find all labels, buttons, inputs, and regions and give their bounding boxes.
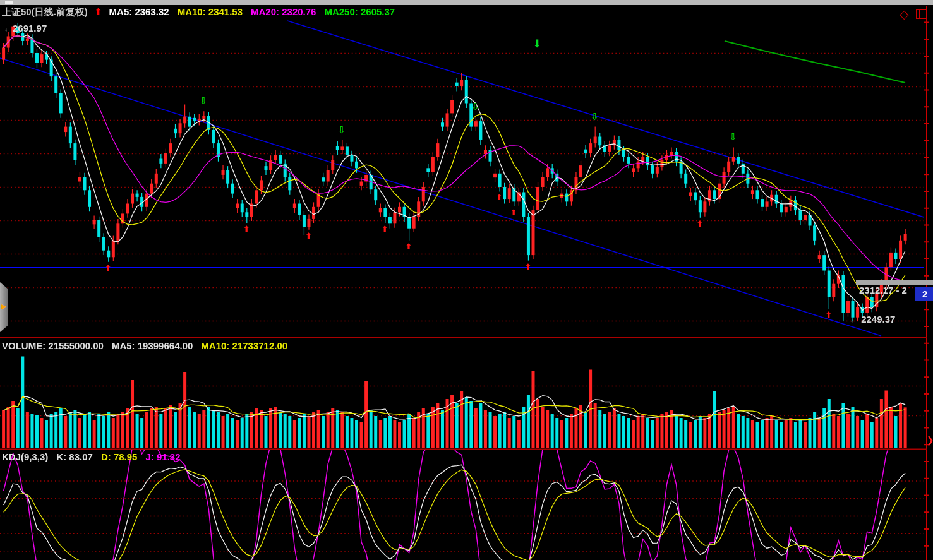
peak-arrow-icon: ← — [3, 23, 13, 33]
kdj-params-label: KDJ(9,3,3) — [2, 451, 48, 462]
volume-value-label: VOLUME: 21555000.00 — [2, 340, 104, 351]
titlebar-notch — [5, 1, 13, 4]
kdj-d-label: D: 78.95 — [101, 451, 138, 462]
buy-signal-arrow-icon: ⬆ — [305, 232, 312, 240]
volume-ma10-label: MA10: 21733712.00 — [201, 340, 287, 351]
buy-signal-arrow-icon: ⬆ — [382, 225, 388, 233]
sidebar-collapse-handle[interactable]: ▶ — [0, 282, 8, 332]
sell-signal-arrow-icon: ⇩ — [200, 96, 208, 105]
measure-tool-bar[interactable] — [856, 280, 933, 285]
pane-expand-chevron-icon[interactable]: ❯ — [927, 435, 933, 445]
buy-signal-arrow-icon: ⬆ — [243, 225, 250, 233]
main-pane-header: 上证50(日线.前复权) ⬆ MA5: 2363.32 MA10: 2341.5… — [2, 6, 395, 18]
expand-arrow-icon: ▶ — [1, 302, 6, 311]
diamond-icon[interactable]: ◇ — [900, 7, 909, 21]
stock-chart-app: { "titlebar": {"note": "partial toolbar … — [0, 0, 933, 560]
kdj-j-label: J: 91.32 — [145, 451, 180, 462]
kdj-pane-header: KDJ(9,3,3) K: 83.07 D: 78.95 J: 91.32 — [2, 451, 181, 462]
sell-signal-arrow-icon: ⇩ — [471, 102, 479, 111]
buy-signal-arrow-icon: ⬆ — [105, 264, 112, 272]
buy-signal-arrow-icon: ⬆ — [406, 242, 412, 251]
volume-ma5-label: MA5: 19399664.00 — [112, 340, 193, 351]
buy-signal-arrow-icon: ⬆ — [825, 311, 832, 319]
ma5-legend: MA5: 2363.32 — [109, 6, 169, 18]
sell-signal-arrow-icon: ⇩ — [729, 132, 737, 141]
peak-price-label: ←2691.97 — [3, 23, 47, 33]
chart-canvas[interactable] — [0, 0, 933, 560]
sell-signal-arrow-icon: ⇩ — [591, 112, 599, 121]
split-window-icon[interactable] — [916, 9, 927, 19]
symbol-title: 上证50(日线.前复权) — [2, 6, 88, 18]
ma250-legend: MA250: 2605.37 — [324, 6, 395, 18]
sell-signal-arrow-icon: ⇩ — [338, 125, 346, 134]
peak-price-value: 2691.97 — [13, 23, 47, 33]
ma20-legend: MA20: 2320.76 — [251, 6, 316, 18]
axis-price-badge: 2 — [915, 287, 933, 301]
low-price-label: ← 2249.37 — [849, 314, 895, 325]
titlebar-strip — [0, 0, 933, 5]
split-window-icon-bar — [919, 10, 920, 18]
annotation-down-arrow-icon: ⬇ — [533, 39, 541, 49]
volume-pane-header: VOLUME: 21555000.00 MA5: 19399664.00 MA1… — [2, 340, 287, 351]
buy-signal-arrow-icon: ⬆ — [696, 220, 703, 228]
buy-signal-arrow-icon: ⬆ — [524, 263, 531, 271]
buy-signal-arrow-icon: ⬆ — [510, 208, 517, 217]
kdj-k-label: K: 83.07 — [56, 451, 93, 462]
ma10-legend: MA10: 2341.53 — [178, 6, 243, 18]
buy-signal-arrow-icon: ⬆ — [496, 193, 503, 201]
up-signal-icon: ⬆ — [95, 6, 102, 18]
